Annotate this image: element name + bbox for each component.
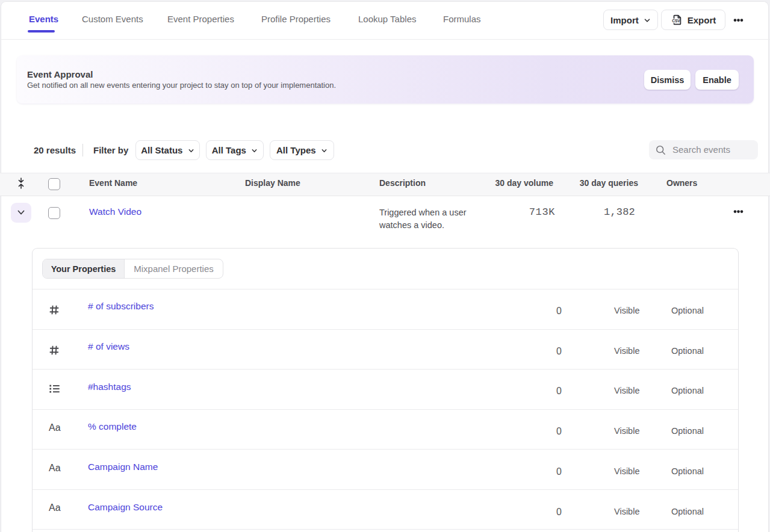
svg-text:CSV: CSV [672,19,680,23]
